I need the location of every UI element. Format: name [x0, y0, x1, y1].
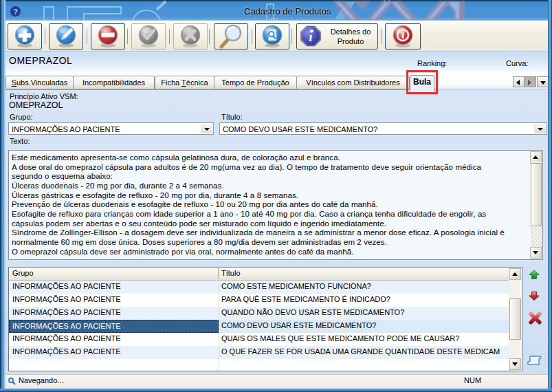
svg-text:ı: ı: [309, 30, 312, 44]
svg-text:?: ?: [13, 8, 18, 16]
